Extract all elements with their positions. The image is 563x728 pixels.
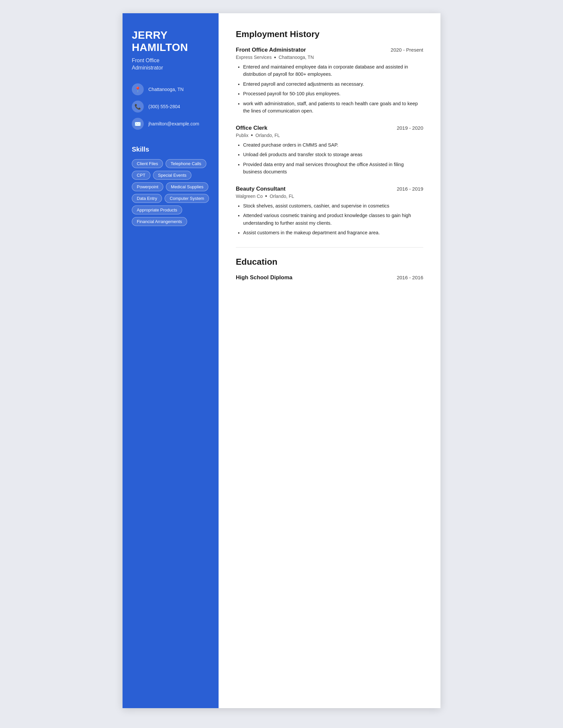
- section-divider: [236, 247, 423, 248]
- skill-tag: Medical Supplies: [166, 182, 208, 191]
- company-name: Express Services: [236, 55, 271, 60]
- job-company: Express Services Chattanooga, TN: [236, 55, 423, 60]
- education-entry: High School Diploma2016 - 2016: [236, 274, 423, 281]
- main-content: Employment History Front Office Administ…: [218, 13, 441, 708]
- edu-dates: 2016 - 2016: [397, 275, 423, 280]
- job-company: Publix Orlando, FL: [236, 133, 423, 138]
- job-dates: 2016 - 2019: [397, 186, 423, 192]
- education-container: High School Diploma2016 - 2016: [236, 274, 423, 281]
- job-bullet: Attended various cosmetic training and p…: [243, 212, 423, 227]
- sidebar: JERRY HAMILTON Front Office Administrato…: [122, 13, 218, 708]
- email-icon: ✉️: [132, 118, 144, 130]
- skills-tags: Client FilesTelephone CallsCPTSpecial Ev…: [132, 159, 209, 226]
- skill-tag: Telephone Calls: [165, 159, 206, 168]
- job-company: Walgreen Co Orlando, FL: [236, 194, 423, 199]
- jobs-container: Front Office Administrator2020 - Present…: [236, 47, 423, 237]
- skill-tag: Appropriate Products: [132, 205, 182, 214]
- job-dates: 2020 - Present: [391, 47, 423, 53]
- job-bullet: Entered payroll and corrected adjustment…: [243, 80, 423, 88]
- skill-tag: Special Events: [153, 171, 191, 180]
- company-location: Chattanooga, TN: [278, 55, 314, 60]
- skill-tag: Powerpoint: [132, 182, 163, 191]
- resume-container: JERRY HAMILTON Front Office Administrato…: [122, 13, 441, 708]
- skill-tag: Data Entry: [132, 194, 162, 203]
- separator-dot: [251, 134, 253, 136]
- job-bullet: Entered and maintained employee data in …: [243, 63, 423, 78]
- company-location: Orlando, FL: [255, 133, 280, 138]
- job-entry: Front Office Administrator2020 - Present…: [236, 47, 423, 115]
- job-bullets: Stock shelves, assist customers, cashier…: [236, 202, 423, 237]
- skill-tag: Computer System: [164, 194, 209, 203]
- company-name: Walgreen Co: [236, 194, 262, 199]
- job-title: Beauty Consultant: [236, 186, 286, 192]
- job-title: Front Office Administrator: [236, 47, 306, 53]
- company-location: Orlando, FL: [269, 194, 294, 199]
- edu-title: High School Diploma: [236, 274, 293, 281]
- skill-tag: Client Files: [132, 159, 163, 168]
- job-header: Front Office Administrator2020 - Present: [236, 47, 423, 53]
- email-text: jhamilton@example.com: [148, 121, 199, 126]
- contact-email: ✉️ jhamilton@example.com: [132, 118, 209, 130]
- job-bullets: Created purchase orders in CMMS and SAP.…: [236, 141, 423, 176]
- job-dates: 2019 - 2020: [397, 125, 423, 131]
- education-heading: Education: [236, 257, 423, 267]
- skill-tag: CPT: [132, 171, 150, 180]
- job-bullet: Provided data entry and mail services th…: [243, 161, 423, 176]
- job-bullet: work with administration, staff, and pat…: [243, 100, 423, 115]
- location-text: Chattanooga, TN: [148, 87, 183, 92]
- skills-section: Skills Client FilesTelephone CallsCPTSpe…: [132, 146, 209, 226]
- job-entry: Office Clerk2019 - 2020Publix Orlando, F…: [236, 125, 423, 176]
- separator-dot: [274, 57, 276, 58]
- job-bullets: Entered and maintained employee data in …: [236, 63, 423, 115]
- contact-location: 📍 Chattanooga, TN: [132, 83, 209, 95]
- employment-heading: Employment History: [236, 29, 423, 39]
- job-bullet: Stock shelves, assist customers, cashier…: [243, 202, 423, 209]
- job-bullet: Processed payroll for 50-100 plus employ…: [243, 90, 423, 97]
- phone-text: (300) 555-2804: [148, 104, 180, 109]
- job-bullet: Unload deli products and transfer stock …: [243, 151, 423, 158]
- job-header: Beauty Consultant2016 - 2019: [236, 186, 423, 192]
- job-header: Office Clerk2019 - 2020: [236, 125, 423, 131]
- phone-icon: 📞: [132, 101, 144, 113]
- company-name: Publix: [236, 133, 248, 138]
- job-bullet: Created purchase orders in CMMS and SAP.: [243, 141, 423, 149]
- separator-dot: [265, 195, 267, 197]
- contact-section: 📍 Chattanooga, TN 📞 (300) 555-2804 ✉️ jh…: [132, 83, 209, 130]
- location-icon: 📍: [132, 83, 144, 95]
- skills-heading: Skills: [132, 146, 209, 153]
- candidate-title: Front Office Administrator: [132, 57, 209, 72]
- candidate-name: JERRY HAMILTON: [132, 29, 209, 54]
- job-bullet: Assist customers in the makeup departmen…: [243, 229, 423, 236]
- contact-phone: 📞 (300) 555-2804: [132, 101, 209, 113]
- skill-tag: Financial Arrangements: [132, 217, 187, 226]
- job-title: Office Clerk: [236, 125, 267, 131]
- job-entry: Beauty Consultant2016 - 2019Walgreen Co …: [236, 186, 423, 237]
